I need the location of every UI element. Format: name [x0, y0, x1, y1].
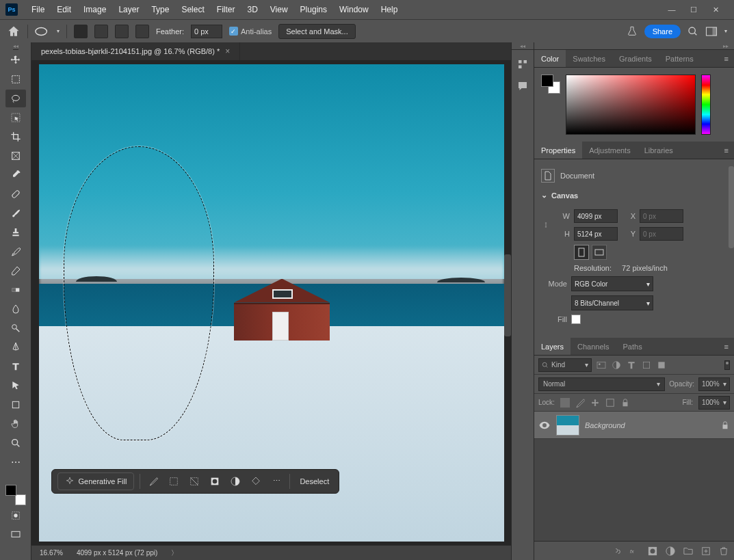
zoom-tool[interactable]: [5, 434, 26, 452]
menu-layer[interactable]: Layer: [113, 2, 144, 17]
tab-color[interactable]: Color: [534, 50, 566, 67]
filter-type-icon[interactable]: [626, 360, 637, 371]
layer-fill-input[interactable]: 100%▾: [698, 396, 730, 410]
brush-tool[interactable]: [5, 204, 26, 222]
crop-tool[interactable]: [5, 128, 26, 146]
eyedropper-tool[interactable]: [5, 166, 26, 184]
lock-position-icon[interactable]: [590, 398, 600, 408]
tab-channels[interactable]: Channels: [571, 338, 616, 355]
width-input[interactable]: [574, 209, 618, 223]
menu-filter[interactable]: Filter: [211, 2, 241, 17]
select-and-mask-button[interactable]: Select and Mask...: [278, 24, 356, 39]
status-arrow-icon[interactable]: 〉: [171, 548, 178, 558]
path-select-tool[interactable]: [5, 377, 26, 395]
link-icon[interactable]: [541, 215, 551, 235]
panel-menu-icon[interactable]: ≡: [719, 146, 734, 155]
blur-tool[interactable]: [5, 300, 26, 318]
object-select-tool[interactable]: [5, 109, 26, 126]
menu-select[interactable]: Select: [176, 2, 209, 17]
bits-select[interactable]: 8 Bits/Channel▾: [571, 295, 653, 310]
hand-tool[interactable]: [5, 415, 26, 433]
delete-layer-icon[interactable]: [719, 546, 729, 556]
comments-panel-icon[interactable]: [515, 79, 530, 94]
lock-transparency-icon[interactable]: [560, 398, 570, 408]
layer-fx-icon[interactable]: fx: [630, 546, 640, 556]
quick-mask-tool[interactable]: [5, 507, 26, 524]
menu-window[interactable]: Window: [334, 2, 374, 17]
selection-new-icon[interactable]: [74, 25, 88, 38]
adjustment-icon[interactable]: [228, 474, 243, 489]
height-input[interactable]: [574, 227, 618, 241]
color-swatch-fgbg[interactable]: [541, 75, 560, 94]
invert-selection-icon[interactable]: [187, 474, 202, 489]
type-tool[interactable]: [5, 358, 26, 375]
menu-edit[interactable]: Edit: [51, 2, 77, 17]
more-icon[interactable]: ⋯: [269, 474, 284, 489]
vertical-scrollbar[interactable]: [504, 254, 511, 336]
history-brush-tool[interactable]: [5, 243, 26, 261]
tab-patterns[interactable]: Patterns: [659, 50, 700, 67]
layer-name[interactable]: Background: [585, 421, 625, 429]
modify-selection-icon[interactable]: [166, 474, 181, 489]
canvas[interactable]: Generative Fill ⋯ Deselect: [31, 60, 511, 545]
lock-pixels-icon[interactable]: [575, 398, 585, 408]
tab-adjustments[interactable]: Adjustments: [582, 142, 638, 159]
filter-shape-icon[interactable]: [641, 360, 652, 371]
filter-adjustment-icon[interactable]: [611, 360, 622, 371]
layer-mask-icon[interactable]: [648, 546, 657, 556]
close-tab-icon[interactable]: ×: [225, 46, 230, 56]
dropdown-icon[interactable]: ▾: [57, 28, 60, 34]
dodge-tool[interactable]: [5, 319, 26, 337]
shape-tool[interactable]: [5, 396, 26, 414]
selection-subtract-icon[interactable]: [115, 25, 129, 38]
edit-toolbar[interactable]: ⋯: [5, 453, 26, 471]
maximize-button[interactable]: ☐: [687, 3, 700, 16]
landscape-orientation-icon[interactable]: [592, 245, 607, 260]
layer-row-background[interactable]: Background: [534, 412, 734, 439]
pen-tool[interactable]: [5, 338, 26, 356]
workspace-icon[interactable]: [705, 26, 718, 37]
eraser-tool[interactable]: [5, 262, 26, 280]
move-tool[interactable]: [5, 51, 26, 69]
default-colors-icon[interactable]: [15, 472, 23, 481]
menu-file[interactable]: File: [26, 2, 50, 17]
healing-tool[interactable]: [5, 185, 26, 203]
filter-toggle[interactable]: [724, 360, 730, 370]
visibility-toggle-icon[interactable]: [538, 419, 551, 431]
group-icon[interactable]: [683, 546, 693, 556]
close-button[interactable]: ✕: [709, 3, 722, 16]
history-panel-icon[interactable]: [515, 57, 530, 72]
fill-icon[interactable]: [248, 474, 263, 489]
new-layer-icon[interactable]: [701, 546, 711, 556]
midstrip-collapse[interactable]: ◂◂: [512, 42, 534, 50]
minimize-button[interactable]: —: [666, 3, 678, 16]
contextual-task-bar[interactable]: Generative Fill ⋯ Deselect: [51, 469, 340, 494]
screen-mode-tool[interactable]: [5, 526, 26, 544]
search-icon[interactable]: [687, 26, 698, 37]
tab-properties[interactable]: Properties: [534, 142, 582, 159]
adjustment-layer-icon[interactable]: [666, 546, 675, 556]
share-button[interactable]: Share: [644, 25, 681, 38]
menu-help[interactable]: Help: [376, 2, 404, 17]
generative-fill-button[interactable]: Generative Fill: [57, 472, 135, 490]
lasso-tool-icon[interactable]: [35, 26, 50, 37]
status-zoom[interactable]: 16.67%: [40, 549, 63, 557]
tab-libraries[interactable]: Libraries: [638, 142, 680, 159]
menu-image[interactable]: Image: [78, 2, 112, 17]
stamp-tool[interactable]: [5, 224, 26, 241]
lock-artboard-icon[interactable]: [605, 398, 615, 408]
menu-plugins[interactable]: Plugins: [295, 2, 332, 17]
brush-edit-icon[interactable]: [146, 474, 161, 489]
foreground-background-colors[interactable]: [5, 485, 26, 505]
feather-input[interactable]: [191, 25, 222, 38]
tab-paths[interactable]: Paths: [616, 338, 649, 355]
opacity-input[interactable]: 100%▾: [698, 377, 730, 391]
home-icon[interactable]: [7, 25, 21, 38]
portrait-orientation-icon[interactable]: [574, 245, 589, 260]
selection-intersect-icon[interactable]: [135, 25, 149, 38]
deselect-button[interactable]: Deselect: [296, 477, 333, 485]
link-layers-icon[interactable]: [612, 546, 622, 556]
panel-menu-icon[interactable]: ≡: [719, 343, 734, 351]
swap-colors-icon[interactable]: [5, 472, 14, 481]
layer-thumbnail[interactable]: [556, 415, 579, 436]
